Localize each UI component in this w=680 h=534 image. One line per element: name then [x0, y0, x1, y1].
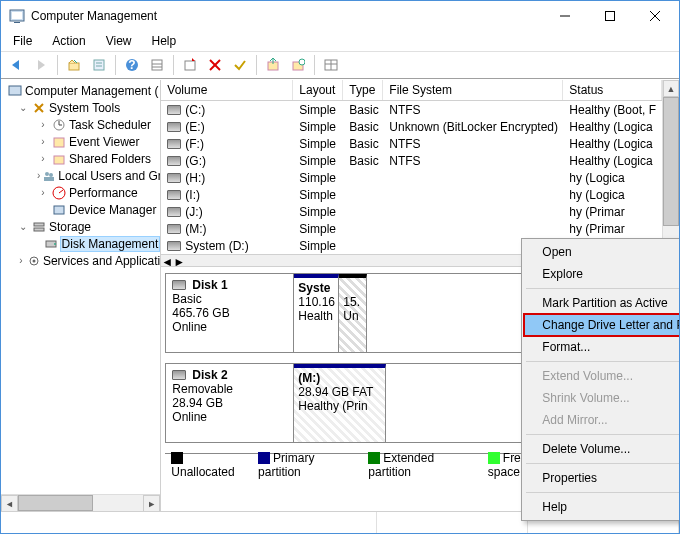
perf-icon — [51, 185, 67, 201]
window-title: Computer Management — [31, 9, 542, 23]
volume-icon — [167, 224, 181, 234]
tree-disk-management[interactable]: Disk Management — [3, 235, 160, 252]
menu-help[interactable]: Help — [144, 32, 185, 50]
menu-properties[interactable]: Properties — [524, 467, 680, 489]
table-row[interactable]: (C:)SimpleBasicNTFSHealthy (Boot, F — [161, 101, 662, 118]
services-icon — [27, 253, 41, 269]
tree-storage[interactable]: ⌄Storage — [3, 218, 160, 235]
disk-header-1[interactable]: Disk 1 Basic 465.76 GB Online — [166, 274, 294, 352]
tree-event-viewer[interactable]: ›Event Viewer — [3, 133, 160, 150]
menu-mirror: Add Mirror... — [524, 409, 680, 431]
disk-icon — [172, 280, 186, 290]
scroll-left-icon[interactable]: ◄ — [161, 255, 173, 266]
nav-tree[interactable]: Computer Management ( ⌄System Tools ›Tas… — [1, 80, 161, 511]
maximize-button[interactable] — [587, 2, 632, 30]
up-button[interactable] — [63, 54, 85, 76]
menubar: File Action View Help — [1, 31, 679, 51]
storage-icon — [31, 219, 47, 235]
users-icon — [42, 168, 56, 184]
svg-point-30 — [49, 173, 53, 177]
svg-rect-36 — [34, 228, 44, 231]
col-status[interactable]: Status — [563, 80, 662, 100]
disk-partition[interactable]: 15. Un — [339, 274, 367, 352]
svg-rect-13 — [152, 60, 162, 70]
col-layout[interactable]: Layout — [293, 80, 343, 100]
menu-help[interactable]: Help — [524, 496, 680, 518]
table-row[interactable]: (H:)Simplehy (Logica — [161, 169, 662, 186]
menu-change-drive-letter[interactable]: Change Drive Letter and Paths... — [524, 314, 680, 336]
table-row[interactable]: (I:)Simplehy (Logica — [161, 186, 662, 203]
menu-open[interactable]: Open — [524, 241, 680, 263]
tree-device-manager[interactable]: Device Manager — [3, 201, 160, 218]
folder-icon — [51, 151, 67, 167]
tree-root[interactable]: Computer Management ( — [3, 82, 160, 99]
menu-file[interactable]: File — [5, 32, 40, 50]
tree-shared-folders[interactable]: ›Shared Folders — [3, 150, 160, 167]
forward-button[interactable] — [30, 54, 52, 76]
svg-point-38 — [54, 243, 56, 245]
apply-button[interactable] — [229, 54, 251, 76]
volume-icon — [167, 156, 181, 166]
col-volume[interactable]: Volume — [161, 80, 293, 100]
delete-button[interactable] — [204, 54, 226, 76]
tree-local-users[interactable]: ›Local Users and Gr — [3, 167, 160, 184]
volume-icon — [167, 139, 181, 149]
scroll-left-icon[interactable]: ◄ — [1, 495, 18, 511]
menu-format[interactable]: Format... — [524, 336, 680, 358]
svg-rect-25 — [9, 86, 21, 95]
table-row[interactable]: (F:)SimpleBasicNTFSHealthy (Logica — [161, 135, 662, 152]
view-button[interactable] — [146, 54, 168, 76]
disk-header-2[interactable]: Disk 2 Removable 28.94 GB Online — [166, 364, 294, 442]
svg-rect-16 — [185, 61, 195, 70]
action1-button[interactable] — [262, 54, 284, 76]
disk-partition[interactable]: Syste 110.16 Health — [294, 274, 339, 352]
volume-icon — [167, 173, 181, 183]
col-fs[interactable]: File System — [383, 80, 563, 100]
svg-rect-1 — [12, 12, 22, 19]
properties-button[interactable] — [88, 54, 110, 76]
column-headers[interactable]: Volume Layout Type File System Status — [161, 80, 662, 101]
clock-icon — [51, 117, 67, 133]
titlebar: Computer Management — [1, 1, 679, 31]
table-row[interactable]: (M:)Simplehy (Primar — [161, 220, 662, 237]
device-icon — [51, 202, 67, 218]
disk-icon — [172, 370, 186, 380]
scroll-up-icon[interactable]: ▲ — [663, 80, 679, 97]
scroll-right-icon[interactable]: ► — [143, 495, 160, 511]
tree-services[interactable]: ›Services and Applicati — [3, 252, 160, 269]
tree-system-tools[interactable]: ⌄System Tools — [3, 99, 160, 116]
help-button[interactable]: ? — [121, 54, 143, 76]
volume-icon — [167, 122, 181, 132]
table-row[interactable]: (G:)SimpleBasicNTFSHealthy (Logica — [161, 152, 662, 169]
volume-icon — [167, 207, 181, 217]
svg-rect-31 — [44, 177, 54, 181]
tree-hscroll[interactable]: ◄ ► — [1, 494, 160, 511]
volume-icon — [167, 105, 181, 115]
tree-performance[interactable]: ›Performance — [3, 184, 160, 201]
minimize-button[interactable] — [542, 2, 587, 30]
app-icon — [9, 8, 25, 24]
back-button[interactable] — [5, 54, 27, 76]
svg-line-33 — [59, 190, 63, 193]
event-icon — [51, 134, 67, 150]
scroll-right-icon[interactable]: ► — [173, 255, 185, 266]
refresh-button[interactable] — [179, 54, 201, 76]
menu-delete[interactable]: Delete Volume... — [524, 438, 680, 460]
menu-action[interactable]: Action — [44, 32, 93, 50]
tree-task-scheduler[interactable]: ›Task Scheduler — [3, 116, 160, 133]
close-button[interactable] — [632, 2, 677, 30]
tools-icon — [31, 100, 47, 116]
computer-icon — [7, 83, 23, 99]
list-button[interactable] — [320, 54, 342, 76]
menu-view[interactable]: View — [98, 32, 140, 50]
action2-button[interactable] — [287, 54, 309, 76]
svg-rect-27 — [54, 138, 64, 147]
table-row[interactable]: (J:)Simplehy (Primar — [161, 203, 662, 220]
table-row[interactable]: (E:)SimpleBasicUnknown (BitLocker Encryp… — [161, 118, 662, 135]
menu-explore[interactable]: Explore — [524, 263, 680, 285]
svg-rect-2 — [14, 22, 20, 23]
disk-partition[interactable]: (M:) 28.94 GB FAT Healthy (Prin — [294, 364, 386, 442]
toolbar: ? — [1, 51, 679, 79]
menu-mark-active[interactable]: Mark Partition as Active — [524, 292, 680, 314]
col-type[interactable]: Type — [343, 80, 383, 100]
